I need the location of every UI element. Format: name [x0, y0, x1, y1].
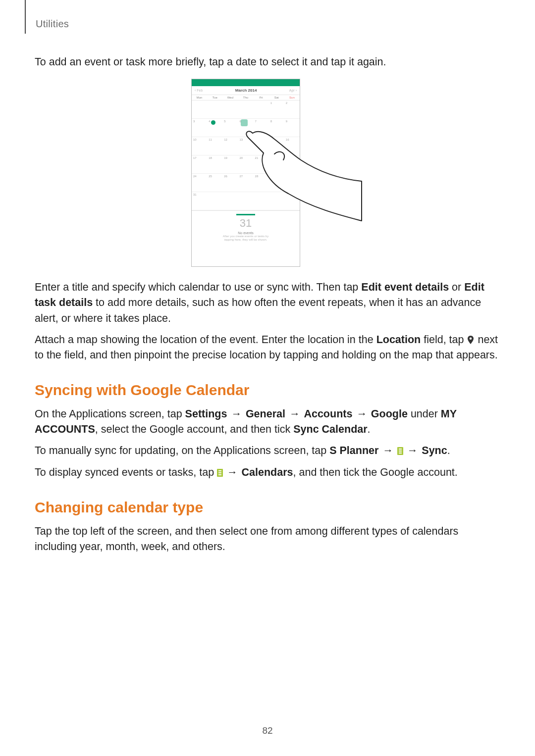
change-type-paragraph: Tap the top left of the screen, and then… — [35, 524, 500, 554]
paragraph-edit-details: Enter a title and specify which calendar… — [35, 280, 500, 326]
heading-changing-type: Changing calendar type — [35, 499, 500, 516]
chapter-tab: Utilities — [25, 0, 69, 34]
paragraph-attach-map: Attach a map showing the location of the… — [35, 332, 500, 363]
sync-paragraph-2: To manually sync for updating, on the Ap… — [35, 443, 500, 458]
sync-paragraph-3: To display synced events or tasks, tap →… — [35, 465, 500, 480]
calendar-nav: ‹ Feb March 2014 Apr › — [192, 86, 300, 95]
location-pin-icon — [467, 336, 475, 345]
no-events-sub2: tapping here, they will be shown. — [197, 238, 295, 242]
day-header: Mon Tue Wed Thu Fri Sat Sun — [192, 95, 300, 101]
illustration-wrap: ‹ Feb March 2014 Apr › Mon Tue Wed Thu F… — [35, 79, 500, 267]
hand-icon — [244, 124, 363, 238]
page-number: 82 — [0, 725, 535, 736]
intro-paragraph: To add an event or task more briefly, ta… — [35, 54, 500, 70]
chapter-label: Utilities — [36, 18, 69, 34]
calendar-illustration: ‹ Feb March 2014 Apr › Mon Tue Wed Thu F… — [191, 79, 344, 267]
month-title: March 2014 — [235, 88, 257, 93]
menu-icon — [397, 447, 403, 455]
prev-month: ‹ Feb — [195, 89, 203, 92]
heading-syncing: Syncing with Google Calendar — [35, 382, 500, 399]
page-content: To add an event or task more briefly, ta… — [35, 54, 500, 560]
sync-paragraph-1: On the Applications screen, tap Settings… — [35, 406, 500, 437]
menu-icon — [217, 469, 223, 477]
manual-page: Utilities To add an event or task more b… — [0, 0, 535, 756]
status-bar — [192, 79, 300, 86]
next-month: Apr › — [289, 89, 297, 92]
